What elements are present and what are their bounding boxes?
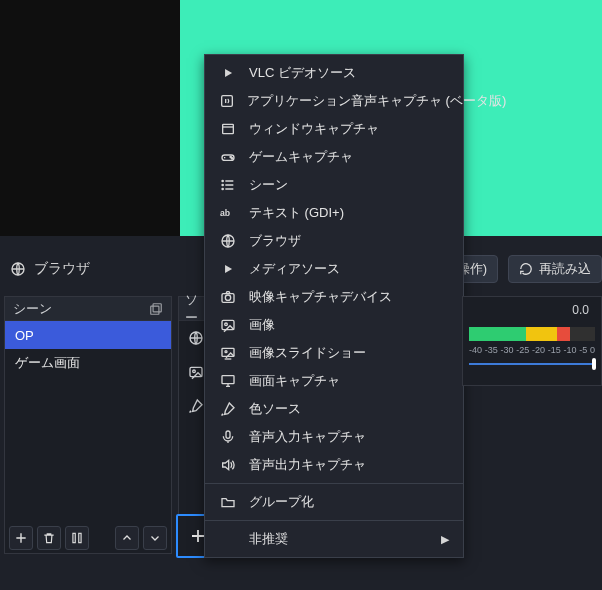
context-menu-item[interactable]: 非推奨▶: [205, 525, 463, 553]
audio-meter: [469, 327, 595, 341]
globe-icon: [10, 261, 26, 277]
context-menu-separator: [205, 483, 463, 484]
folder-icon: [219, 494, 237, 510]
meter-tick-label: -40: [469, 345, 482, 355]
context-menu-item[interactable]: メディアソース: [205, 255, 463, 283]
globe-icon[interactable]: [187, 329, 205, 347]
meter-tick-label: -5: [579, 345, 587, 355]
context-menu-item-label: 映像キャプチャデバイス: [249, 288, 392, 306]
context-menu-item-label: 画像: [249, 316, 275, 334]
context-menu-separator: [205, 520, 463, 521]
refresh-icon: [519, 262, 533, 276]
reload-label: 再読み込: [539, 260, 591, 278]
reload-button[interactable]: 再読み込: [508, 255, 602, 283]
svg-rect-8: [222, 96, 233, 107]
meter-tick-label: -30: [500, 345, 513, 355]
scene-remove-button[interactable]: [37, 526, 61, 550]
scene-list: OPゲーム画面: [5, 321, 171, 377]
meter-tick-label: 0: [590, 345, 595, 355]
svg-point-14: [222, 184, 223, 185]
context-menu-item[interactable]: 音声出力キャプチャ: [205, 451, 463, 479]
scene-item[interactable]: ゲーム画面: [5, 349, 171, 377]
svg-point-23: [225, 351, 227, 353]
add-source-context-menu: VLC ビデオソースアプリケーション音声キャプチャ (ベータ版)ウィンドウキャプ…: [204, 54, 464, 558]
context-menu-item[interactable]: 色ソース: [205, 395, 463, 423]
selected-source-label: ブラウザ: [34, 260, 90, 278]
context-menu-item-label: シーン: [249, 176, 288, 194]
svg-rect-3: [73, 533, 75, 542]
context-menu-item-label: 画像スライドショー: [249, 344, 366, 362]
svg-rect-25: [226, 431, 230, 438]
scene-move-down-button[interactable]: [143, 526, 167, 550]
meter-tick-label: -10: [563, 345, 576, 355]
svg-point-15: [222, 188, 223, 189]
mixer-peak-value: 0.0: [572, 303, 589, 317]
context-menu-item-label: 非推奨: [249, 530, 288, 548]
svg-text:ab: ab: [220, 208, 230, 218]
svg-point-13: [222, 180, 223, 181]
context-menu-item-label: 画面キャプチャ: [249, 372, 340, 390]
svg-rect-1: [153, 303, 161, 311]
meter-tick-label: -15: [548, 345, 561, 355]
window-box-icon: [219, 121, 237, 137]
audio-meter-ticks: -40-35-30-25-20-15-10-50: [469, 345, 595, 355]
image-icon: [219, 317, 237, 333]
volume-slider[interactable]: [469, 363, 595, 365]
context-menu-item[interactable]: ゲームキャプチャ: [205, 143, 463, 171]
image-icon[interactable]: [187, 363, 205, 381]
speaker-icon: [219, 457, 237, 473]
brush-icon[interactable]: [187, 397, 205, 415]
svg-point-12: [231, 158, 232, 159]
context-menu-item-label: 音声出力キャプチャ: [249, 456, 366, 474]
context-menu-item[interactable]: 画面キャプチャ: [205, 367, 463, 395]
context-menu-item-label: ゲームキャプチャ: [249, 148, 353, 166]
svg-rect-24: [222, 376, 234, 384]
scene-add-button[interactable]: [9, 526, 33, 550]
svg-point-21: [225, 323, 228, 326]
preview-blank: [0, 0, 180, 236]
chevron-right-icon: ▶: [441, 533, 449, 546]
context-menu-item[interactable]: VLC ビデオソース: [205, 59, 463, 87]
scene-filters-button[interactable]: [65, 526, 89, 550]
selected-source-crumb: ブラウザ: [10, 260, 90, 278]
meter-tick-label: -35: [485, 345, 498, 355]
context-menu-item[interactable]: アプリケーション音声キャプチャ (ベータ版): [205, 87, 463, 115]
context-menu-item-label: ブラウザ: [249, 232, 301, 250]
context-menu-item[interactable]: ウィンドウキャプチャ: [205, 115, 463, 143]
context-menu-item-label: 音声入力キャプチャ: [249, 428, 366, 446]
svg-point-19: [225, 295, 230, 300]
context-menu-item[interactable]: 画像スライドショー: [205, 339, 463, 367]
svg-rect-4: [79, 533, 81, 542]
popout-icon[interactable]: [149, 302, 163, 316]
context-menu-item[interactable]: グループ化: [205, 488, 463, 516]
slideshow-icon: [219, 345, 237, 361]
context-menu-item[interactable]: 映像キャプチャデバイス: [205, 283, 463, 311]
svg-point-7: [193, 370, 196, 373]
speaker-box-icon: [219, 93, 235, 109]
play-icon: [219, 66, 237, 80]
context-menu-item[interactable]: 画像: [205, 311, 463, 339]
scenes-panel: シーン OPゲーム画面: [4, 296, 172, 554]
context-menu-item-label: テキスト (GDI+): [249, 204, 344, 222]
context-menu-item-label: 色ソース: [249, 400, 301, 418]
context-menu-item-label: VLC ビデオソース: [249, 64, 356, 82]
context-menu-item[interactable]: 音声入力キャプチャ: [205, 423, 463, 451]
list-icon: [219, 177, 237, 193]
context-menu-item-label: アプリケーション音声キャプチャ (ベータ版): [247, 92, 506, 110]
svg-rect-2: [151, 306, 159, 314]
meter-tick-label: -20: [532, 345, 545, 355]
context-menu-item[interactable]: abテキスト (GDI+): [205, 199, 463, 227]
audio-mixer-panel: 0.0 -40-35-30-25-20-15-10-50: [462, 296, 602, 386]
context-menu-item-label: グループ化: [249, 493, 314, 511]
scene-move-up-button[interactable]: [115, 526, 139, 550]
brush-icon: [219, 401, 237, 417]
meter-tick-label: -25: [516, 345, 529, 355]
context-menu-item[interactable]: ブラウザ: [205, 227, 463, 255]
context-menu-item[interactable]: シーン: [205, 171, 463, 199]
gamepad-icon: [219, 149, 237, 165]
scene-item[interactable]: OP: [5, 321, 171, 349]
play-icon: [219, 262, 237, 276]
svg-rect-9: [223, 124, 234, 133]
text-ab-icon: ab: [219, 206, 237, 220]
mic-icon: [219, 429, 237, 445]
